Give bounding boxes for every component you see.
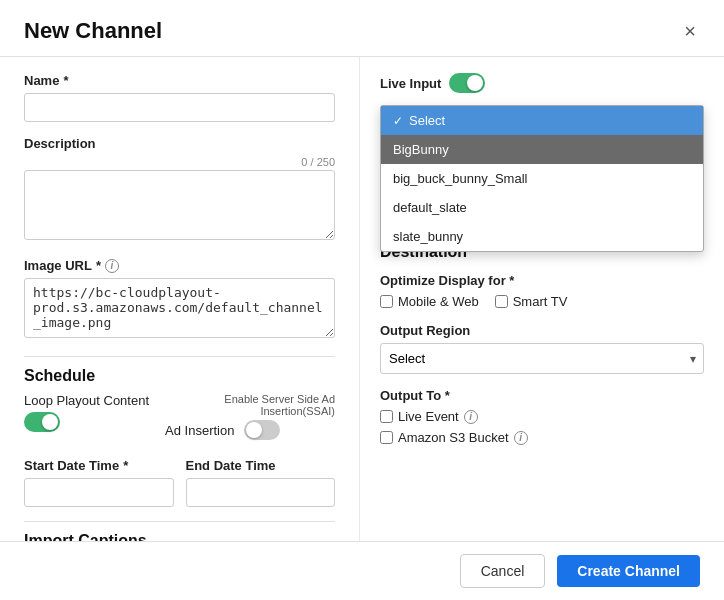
modal-footer: Cancel Create Channel: [0, 541, 724, 600]
output-region-label: Output Region: [380, 323, 704, 338]
description-label: Description: [24, 136, 335, 151]
end-date-col: End Date Time: [186, 458, 336, 507]
live-event-info-icon[interactable]: i: [464, 410, 478, 424]
left-column: Name * Description 0 / 250 Image: [0, 57, 360, 541]
name-group: Name *: [24, 73, 335, 122]
start-date-input[interactable]: [24, 478, 174, 507]
dropdown-item-bigbunny[interactable]: BigBunny: [381, 135, 703, 164]
modal-overlay: New Channel × Name * Description: [0, 0, 724, 600]
mobile-web-checkbox[interactable]: Mobile & Web: [380, 294, 479, 309]
output-region-select-wrapper: Select ▾: [380, 343, 704, 374]
name-label: Name *: [24, 73, 335, 88]
output-to-group: Output To * Live Event i Amazon S3 Bucke…: [380, 388, 704, 445]
image-url-input[interactable]: https://bc-cloudplayout-prod.s3.amazonaw…: [24, 278, 335, 338]
dropdown-item-label: Select: [409, 113, 445, 128]
smart-tv-check[interactable]: [495, 295, 508, 308]
amazon-s3-check[interactable]: [380, 431, 393, 444]
output-to-label: Output To *: [380, 388, 704, 403]
close-button[interactable]: ×: [680, 21, 700, 41]
image-url-label: Image URL * i: [24, 258, 335, 273]
optimize-label: Optimize Display for *: [380, 273, 704, 288]
image-url-info-icon[interactable]: i: [105, 259, 119, 273]
ad-insertion-toggle[interactable]: [244, 420, 280, 440]
image-url-group: Image URL * i https://bc-cloudplayout-pr…: [24, 258, 335, 342]
optimize-checkboxes: Mobile & Web Smart TV: [380, 294, 704, 309]
dropdown-item-select[interactable]: ✓ Select: [381, 106, 703, 135]
dropdown-item-label: slate_bunny: [393, 229, 463, 244]
dropdown-item-defaultslate[interactable]: default_slate: [381, 193, 703, 222]
loop-playout-toggle[interactable]: [24, 412, 60, 432]
end-date-input[interactable]: [186, 478, 336, 507]
modal-title: New Channel: [24, 18, 162, 44]
name-input[interactable]: [24, 93, 335, 122]
right-column: Live Input State * i ✓: [360, 57, 724, 541]
ssai-section: Enable Server Side Ad Insertion(SSAI) Ad…: [165, 393, 335, 450]
loop-playout-row: Loop Playout Content: [24, 393, 149, 432]
description-group: Description 0 / 250: [24, 136, 335, 244]
description-input[interactable]: [24, 170, 335, 240]
amazon-s3-info-icon[interactable]: i: [514, 431, 528, 445]
dropdown-item-bigbucksmall[interactable]: big_buck_bunny_Small: [381, 164, 703, 193]
live-input-row: Live Input: [380, 73, 704, 93]
check-icon: ✓: [393, 114, 403, 128]
live-input-toggle[interactable]: [449, 73, 485, 93]
date-row: Start Date Time * End Date Time: [24, 458, 335, 507]
ad-insertion-row: Ad Insertion: [165, 420, 335, 440]
smart-tv-checkbox[interactable]: Smart TV: [495, 294, 568, 309]
dropdown-item-slatebunny[interactable]: slate_bunny: [381, 222, 703, 251]
create-channel-button[interactable]: Create Channel: [557, 555, 700, 587]
output-region-select[interactable]: Select: [380, 343, 704, 374]
char-count: 0 / 250: [24, 156, 335, 168]
mobile-web-check[interactable]: [380, 295, 393, 308]
dropdown-item-label: big_buck_bunny_Small: [393, 171, 527, 186]
modal-header: New Channel ×: [0, 0, 724, 57]
modal-body: Name * Description 0 / 250 Image: [0, 57, 724, 541]
amazon-s3-checkbox[interactable]: Amazon S3 Bucket i: [380, 430, 704, 445]
modal: New Channel × Name * Description: [0, 0, 724, 600]
state-dropdown-open[interactable]: ✓ Select BigBunny big_buck_bunny_Small d…: [380, 105, 704, 252]
dropdown-item-label: default_slate: [393, 200, 467, 215]
live-event-check[interactable]: [380, 410, 393, 423]
start-date-col: Start Date Time *: [24, 458, 174, 507]
live-event-checkbox[interactable]: Live Event i: [380, 409, 704, 424]
optimize-group: Optimize Display for * Mobile & Web Smar…: [380, 273, 704, 309]
state-group: State * i ✓ Select BigBunny: [380, 105, 704, 120]
import-captions-section-title: Import Captions: [24, 521, 335, 541]
schedule-section-title: Schedule: [24, 356, 335, 385]
output-region-group: Output Region Select ▾: [380, 323, 704, 374]
cancel-button[interactable]: Cancel: [460, 554, 546, 588]
dropdown-item-label: BigBunny: [393, 142, 449, 157]
